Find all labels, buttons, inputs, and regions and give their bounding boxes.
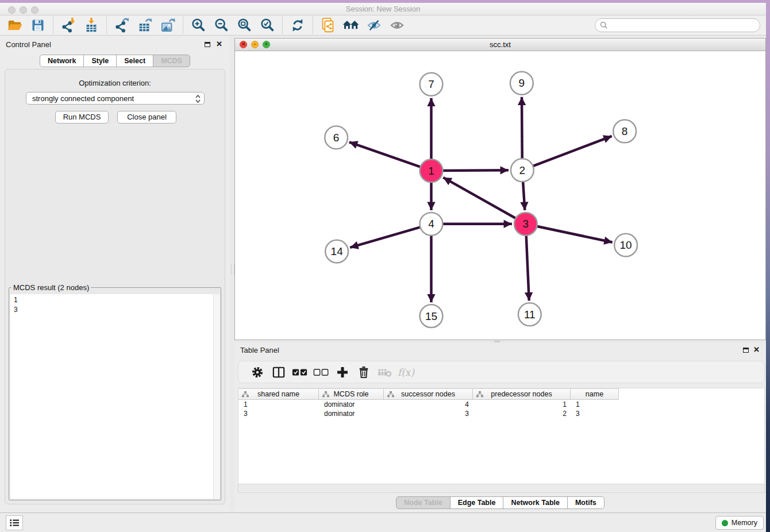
graph-node-label-9: 9 <box>519 77 525 89</box>
search-icon <box>600 21 608 29</box>
table-cell[interactable]: 1 <box>238 400 319 409</box>
tab-network[interactable]: Network <box>40 55 84 67</box>
zoom-in-icon[interactable] <box>187 16 210 34</box>
graph-edge-2-8[interactable] <box>522 136 612 170</box>
table-row[interactable]: 3dominator323 <box>238 409 764 418</box>
task-history-list-icon[interactable] <box>6 515 23 530</box>
graph-node-label-14: 14 <box>331 245 343 257</box>
net-maximize-icon[interactable]: + <box>263 41 270 48</box>
network-window: ✕ − + scc.txt 1234678910111415 <box>234 38 766 340</box>
import-network-icon[interactable] <box>57 16 80 34</box>
tree-icon <box>242 391 249 398</box>
criterion-value: strongly connected component <box>32 94 134 103</box>
table-cell[interactable]: dominator <box>319 400 384 409</box>
close-table-panel-icon[interactable]: ✕ <box>753 345 760 354</box>
graph-edge-1-6[interactable] <box>349 142 432 171</box>
table-tab-motifs[interactable]: Motifs <box>567 496 605 509</box>
add-row-plus-icon[interactable] <box>332 364 353 381</box>
graph-edge-3-10[interactable] <box>526 224 613 242</box>
select-all-checkboxes-icon[interactable] <box>289 364 310 381</box>
table-cell[interactable]: 3 <box>384 409 473 418</box>
column-header-name[interactable]: name <box>571 388 619 400</box>
export-table-icon[interactable] <box>133 16 156 34</box>
close-panel-icon[interactable]: ✕ <box>216 40 222 48</box>
table-cell[interactable]: 3 <box>238 409 319 418</box>
deselect-all-checkboxes-icon[interactable] <box>310 364 332 381</box>
net-close-icon[interactable]: ✕ <box>240 41 247 48</box>
close-panel-button[interactable]: Close panel <box>117 111 176 124</box>
import-table-icon[interactable] <box>80 16 103 34</box>
graph-edge-3-1[interactable] <box>443 178 526 224</box>
criterion-select[interactable]: strongly connected component <box>26 92 205 105</box>
memory-button[interactable]: Memory <box>715 516 764 530</box>
export-network-icon[interactable] <box>110 16 133 34</box>
table-cell[interactable]: dominator <box>319 409 384 418</box>
export-image-icon[interactable] <box>156 16 179 34</box>
table-body: 1dominator4113dominator323 <box>238 400 764 418</box>
home-icon[interactable] <box>340 16 363 34</box>
refresh-icon[interactable] <box>286 16 309 34</box>
delete-column-icon-disabled <box>374 364 395 381</box>
mcds-result-area[interactable]: 1 3 <box>10 294 220 499</box>
open-folder-icon[interactable] <box>3 16 26 34</box>
network-canvas[interactable]: 1234678910111415 <box>235 51 765 340</box>
tab-select[interactable]: Select <box>116 55 153 67</box>
table-horizontal-scrollbar[interactable] <box>238 484 765 493</box>
mcds-result-group: MCDS result (2 nodes) 1 3 <box>9 283 221 500</box>
column-header-shared-name[interactable]: shared name <box>238 388 319 400</box>
desktop-wallpaper-strip <box>766 0 770 532</box>
show-all-eye-icon[interactable] <box>386 16 409 34</box>
main-toolbar <box>0 16 766 36</box>
tab-mcds[interactable]: MCDS <box>153 55 190 67</box>
network-graph[interactable]: 1234678910111415 <box>235 51 765 340</box>
control-panel-header: Control Panel ✕ <box>0 36 230 53</box>
zoom-out-icon[interactable] <box>210 16 233 34</box>
open-session-icon[interactable] <box>317 16 340 34</box>
table-tab-edge-table[interactable]: Edge Table <box>450 496 504 509</box>
table-row[interactable]: 1dominator411 <box>238 400 764 409</box>
table-tab-node-table[interactable]: Node Table <box>396 496 450 509</box>
float-table-panel-icon[interactable] <box>743 348 749 353</box>
traffic-zoom-icon[interactable] <box>31 6 38 14</box>
control-panel-tabs: NetworkStyleSelectMCDS <box>0 55 230 67</box>
result-scrollbar[interactable] <box>213 294 220 499</box>
control-panel-title: Control Panel <box>6 40 51 49</box>
search-box <box>595 18 760 32</box>
column-header-predecessor-nodes[interactable]: predecessor nodes <box>473 388 571 400</box>
graph-node-label-8: 8 <box>622 125 628 137</box>
traffic-close-icon[interactable] <box>8 6 16 14</box>
graph-edge-4-14[interactable] <box>350 224 431 248</box>
network-window-titlebar: ✕ − + scc.txt <box>235 38 765 51</box>
vertical-splitter[interactable] <box>230 36 234 512</box>
table-cell[interactable]: 2 <box>473 409 571 418</box>
app-title: Session: New Session <box>0 3 766 16</box>
function-builder-icon-disabled: f(x) <box>395 364 417 381</box>
table-header-row: shared nameMCDS rolesuccessor nodesprede… <box>238 388 764 400</box>
float-panel-icon[interactable] <box>205 42 210 47</box>
table-cell[interactable]: 1 <box>473 400 571 409</box>
run-mcds-button[interactable]: Run MCDS <box>55 111 109 124</box>
toolbar-separator <box>53 17 53 34</box>
select-stepper-icon <box>194 94 202 104</box>
hide-selected-eye-icon[interactable] <box>363 16 386 34</box>
column-header-successor-nodes[interactable]: successor nodes <box>384 388 473 400</box>
column-header-MCDS-role[interactable]: MCDS role <box>319 388 384 400</box>
search-input[interactable] <box>608 21 755 30</box>
show-columns-icon[interactable] <box>268 364 289 381</box>
zoom-fit-icon[interactable] <box>233 16 256 34</box>
table-cell[interactable]: 4 <box>384 400 473 409</box>
table-settings-gear-icon[interactable] <box>247 364 268 381</box>
table-toolbar: f(x) <box>238 361 765 383</box>
table-cell[interactable]: 1 <box>571 400 619 409</box>
zoom-selected-icon[interactable] <box>256 16 279 34</box>
graph-node-label-6: 6 <box>333 132 340 144</box>
traffic-minimize-icon[interactable] <box>20 6 27 14</box>
table-tab-network-table[interactable]: Network Table <box>503 496 568 509</box>
net-minimize-icon[interactable]: − <box>251 41 259 48</box>
table-cell[interactable]: 3 <box>571 409 619 418</box>
delete-trash-icon[interactable] <box>353 364 374 381</box>
table-panel-tabs: Node TableEdge TableNetwork TableMotifs <box>234 496 766 509</box>
save-icon[interactable] <box>26 16 49 34</box>
toolbar-separator <box>313 17 313 34</box>
tab-style[interactable]: Style <box>83 55 117 67</box>
